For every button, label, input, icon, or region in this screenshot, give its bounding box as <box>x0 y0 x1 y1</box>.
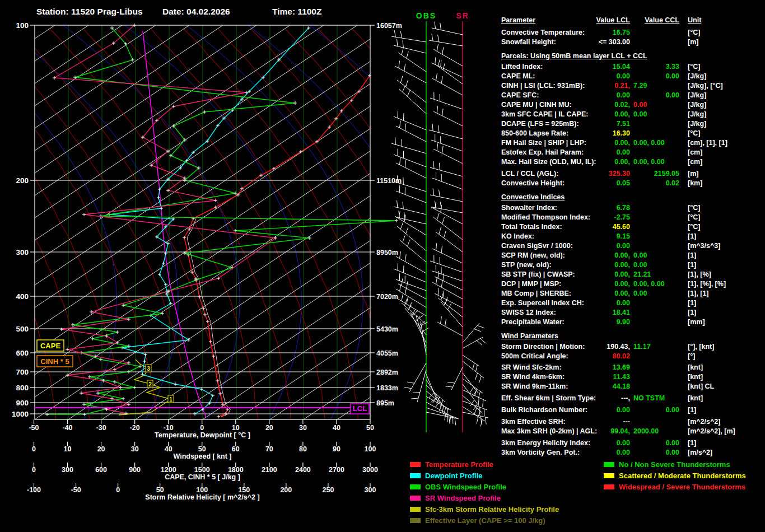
wind-barb <box>431 140 463 151</box>
axis-tick-label: -100 <box>27 486 41 494</box>
dry-adiabat <box>0 30 157 419</box>
parameter-label: SWISS 12 Index: <box>501 308 556 317</box>
parameter-row: SR Wind Sfc-2km:13.69[knt] <box>501 363 765 372</box>
wind-barb <box>416 316 426 348</box>
axis-tick-label: 600 <box>95 466 107 474</box>
parameter-row: Precipitable Water:9.90[mm] <box>501 318 765 327</box>
parameter-row: 3km Vorticity Gen. Pot.:0.000.00[m/s^2] <box>501 448 765 458</box>
wind-barb-feather <box>477 325 484 328</box>
wind-barb <box>394 45 426 53</box>
unit-label: [knt] <box>688 372 703 381</box>
wind-barb <box>463 401 487 410</box>
legend-label: Sfc-3km Storm Relative Helicity Profile <box>425 505 559 514</box>
parameter-row: CAPE SFC:0.000.00[J/kg] <box>501 91 765 100</box>
wind-barb-feather <box>436 243 436 250</box>
panel-header-row: Parameter Value LCL Value CCL Unit <box>501 16 765 25</box>
value-lcl: 99.04, <box>568 427 630 436</box>
parameter-row: 3km Effective SRH:---[m^2/s^2] <box>501 417 765 427</box>
wind-barb-feather <box>447 304 451 310</box>
wind-barb-feather <box>473 363 474 370</box>
wind-barb-feather <box>432 34 433 41</box>
parameter-row: DCAPE (LFS = 925mB):7.51[J/kg] <box>501 119 765 129</box>
wind-barb-feather <box>437 213 439 220</box>
parameter-row: Convective Height:0.050.02[km] <box>501 179 765 188</box>
height-label: 7020m <box>376 293 398 301</box>
wind-barb-feather <box>403 202 403 209</box>
wind-barb-feather <box>470 387 474 393</box>
parameter-label: MB Comp | SHERBE: <box>501 289 571 298</box>
wind-barb <box>429 40 463 46</box>
wind-barb-feather <box>407 297 408 304</box>
parameter-label: SCP RM (new, old): <box>501 251 565 260</box>
wind-barb <box>429 130 463 139</box>
parameter-row: CAPE MU | CINH MU:0.02,0.00[J/kg] <box>501 100 765 110</box>
wind-barb-feather <box>441 246 442 253</box>
wind-barb-feather <box>442 217 445 224</box>
wind-barb-feather <box>406 80 408 87</box>
unit-label: [knt] <box>688 363 703 372</box>
unit-label: [mm] <box>688 318 705 326</box>
wind-barb <box>463 355 479 366</box>
axis-title: Storm Relative Helicity [ m^2/s^2 ] <box>145 493 259 501</box>
wind-barb-feather <box>478 398 479 405</box>
value-lcl: 0.00 <box>568 298 630 307</box>
wind-barb-feather <box>455 418 456 426</box>
pressure-label: 600 <box>16 349 29 357</box>
legend-swatch <box>604 462 614 467</box>
axis-tick-label: 1500 <box>194 466 210 474</box>
axis-tick-label: -20 <box>130 424 140 432</box>
wind-barb <box>426 374 437 401</box>
value-lcl: 18.41 <box>568 308 630 317</box>
wind-barb-feather <box>397 200 398 208</box>
parameter-label: CAPE MU | CINH MU: <box>501 100 572 109</box>
pressure-label: 1000 <box>12 410 29 418</box>
wind-barb <box>430 261 463 272</box>
wind-barb-feather <box>432 124 433 131</box>
value-lcl: 6.78 <box>568 203 630 212</box>
parameter-label: KO Index: <box>501 232 534 241</box>
wind-barb <box>394 207 426 214</box>
parameter-row: Storm Direction | Motion:190.43,11.17[°]… <box>501 342 765 352</box>
wind-barb <box>433 217 463 240</box>
value-lcl: 0.00, <box>568 260 630 269</box>
wind-barb-feather <box>447 382 455 383</box>
axis-tick-label: 900 <box>129 466 141 474</box>
wind-barb-feather <box>477 340 482 346</box>
wind-barb <box>435 64 463 84</box>
unit-label: [1], [%] <box>688 270 711 279</box>
isotherm <box>0 25 223 419</box>
value-extra: 0.00, 0.00 <box>633 157 665 166</box>
pressure-label: 200 <box>16 176 29 185</box>
wind-barb-feather <box>440 23 441 30</box>
axis-title: CAPE, CINH * 5 [ J/kg ] <box>165 473 240 481</box>
parameter-label: SR Wind 4km-6km: <box>501 372 565 381</box>
legend-item: Widespread / Severe Thunderstorms <box>604 483 765 491</box>
wind-barb-feather <box>438 59 440 66</box>
axis-title: Windspeed [ knt ] <box>173 452 231 460</box>
axis-tick-label: 1800 <box>228 466 244 474</box>
wind-barb <box>396 256 426 273</box>
isotherm <box>0 25 525 419</box>
parameter-row: LCL / CCL (AGL):325.302159.05[m] <box>501 169 765 179</box>
value-lcl: 45.60 <box>568 222 630 231</box>
wind-barb-feather <box>438 35 439 42</box>
parameter-label: STP (new, old): <box>501 260 552 269</box>
col-header-value-lcl: Value LCL <box>596 16 630 24</box>
wind-barb <box>417 370 426 402</box>
wind-barb-feather <box>440 316 441 324</box>
parameter-row: FM Hail Size | SHIP | LHP:0.00,0.00, 0.0… <box>501 138 765 148</box>
obs-windspeed-profile <box>47 28 397 414</box>
unit-label: [J/kg] <box>688 72 706 81</box>
wind-barb-feather <box>402 48 403 55</box>
value-lcl: 16.30 <box>568 129 630 138</box>
wind-barb-feather <box>403 236 405 242</box>
axis-tick-label: 1200 <box>161 466 176 474</box>
dry-adiabat <box>118 30 325 419</box>
col-header-value-ccl: Value CCL <box>645 16 679 24</box>
height-label: 16057m <box>376 22 402 30</box>
wind-barb-feather <box>403 113 404 120</box>
wind-barb-feather <box>399 61 400 68</box>
value-extra: 0.00 <box>633 100 647 109</box>
wind-barb-feather <box>400 222 403 229</box>
unit-label: [J/kg], [°C] <box>688 81 723 90</box>
